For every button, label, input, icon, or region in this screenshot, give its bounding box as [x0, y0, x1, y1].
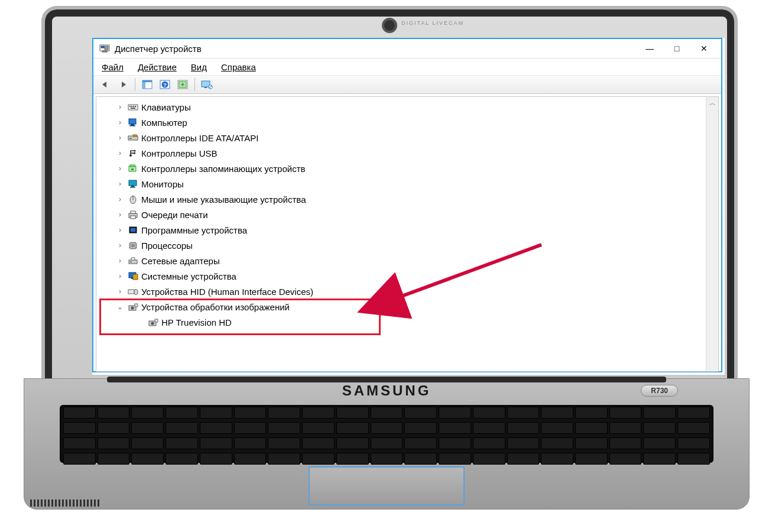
tree-item-network[interactable]: ›Сетевые адаптеры — [102, 253, 706, 268]
svg-rect-57 — [155, 319, 158, 322]
minimize-button[interactable]: — — [636, 40, 663, 57]
tree-item-label: Мониторы — [141, 179, 184, 189]
svg-rect-34 — [131, 186, 134, 187]
svg-rect-33 — [129, 180, 137, 186]
toolbar-help-button[interactable]: ? — [157, 77, 173, 92]
svg-rect-23 — [129, 125, 135, 126]
tree-item-computer[interactable]: ›Компьютер — [102, 115, 706, 130]
tree-item-imaging[interactable]: ⌄Устройства обработки изображений — [102, 299, 706, 314]
svg-rect-13 — [205, 87, 207, 88]
mouse-icon — [127, 194, 139, 205]
svg-rect-49 — [133, 274, 138, 280]
svg-rect-25 — [129, 138, 132, 139]
tree-item-ide[interactable]: ›Контроллеры IDE ATA/ATAPI — [102, 130, 706, 145]
tree-item-keyboard[interactable]: ›Клавиатуры — [102, 99, 706, 115]
expand-icon[interactable]: › — [115, 210, 125, 219]
keyboard-icon — [127, 102, 139, 112]
tree-item-cpu[interactable]: ›Процессоры — [102, 238, 706, 253]
laptop-lid: DIGITAL LIVECAM Диспетчер — [41, 6, 738, 403]
expand-icon[interactable]: › — [115, 257, 125, 265]
scroll-up-arrow[interactable]: ︿ — [706, 97, 718, 109]
toolbar-forward-button[interactable] — [115, 77, 131, 92]
svg-rect-54 — [135, 304, 138, 307]
close-button[interactable]: ✕ — [690, 40, 718, 57]
expand-icon[interactable]: › — [115, 134, 125, 142]
svg-rect-15 — [128, 105, 138, 110]
svg-text:?: ? — [163, 82, 167, 88]
svg-rect-6 — [142, 80, 152, 82]
camera-icon — [147, 317, 159, 327]
tree-item-usb[interactable]: ›Контроллеры USB — [102, 145, 706, 161]
webcam-lens — [382, 18, 397, 33]
expand-icon[interactable]: › — [115, 118, 125, 126]
maximize-button[interactable]: □ — [663, 40, 690, 57]
tree-item-storage[interactable]: ›Контроллеры запоминающих устройств — [102, 161, 706, 176]
tree-item-label: Сетевые адаптеры — [141, 256, 220, 266]
svg-rect-26 — [133, 135, 137, 137]
svg-point-53 — [131, 306, 134, 309]
menu-action[interactable]: Действие — [135, 61, 179, 73]
svg-rect-1 — [101, 46, 104, 48]
svg-rect-50 — [128, 290, 134, 294]
menu-view[interactable]: Вид — [189, 61, 209, 73]
svg-rect-18 — [133, 106, 134, 107]
svg-rect-31 — [130, 165, 135, 167]
svg-rect-17 — [131, 106, 132, 107]
toolbar-devices-button[interactable] — [199, 77, 215, 92]
tree-item-label: Процессоры — [141, 241, 193, 251]
svg-rect-44 — [131, 244, 135, 247]
tree-item-firmware[interactable]: ›Программные устройства — [102, 222, 706, 238]
tree-item-system[interactable]: ›Системные устройства — [102, 268, 706, 284]
svg-rect-29 — [134, 153, 135, 154]
cpu-icon — [127, 240, 139, 251]
tree-item-label: Контроллеры USB — [141, 148, 218, 158]
menu-file[interactable]: Файл — [99, 61, 126, 73]
tree-item-hid[interactable]: ›Устройства HID (Human Interface Devices… — [102, 284, 706, 299]
tree-child-camera[interactable]: ›HP Truevision HD — [102, 314, 706, 330]
expand-icon[interactable]: › — [115, 195, 125, 203]
svg-rect-19 — [135, 106, 136, 107]
svg-rect-46 — [130, 261, 132, 262]
toolbar-back-button[interactable] — [97, 77, 113, 92]
toolbar: ? — [93, 75, 721, 94]
expand-icon[interactable]: › — [115, 226, 125, 234]
svg-rect-21 — [129, 119, 136, 124]
svg-point-56 — [151, 322, 154, 325]
svg-rect-2 — [105, 46, 108, 50]
network-icon — [127, 255, 139, 266]
expand-icon[interactable]: › — [115, 241, 125, 249]
expand-icon[interactable]: › — [115, 103, 125, 111]
menubar: Файл Действие Вид Справка — [93, 59, 721, 75]
device-tree-panel: ›Клавиатуры›Компьютер›Контроллеры IDE AT… — [96, 96, 719, 372]
tree-item-label: Мыши и иные указывающие устройства — [141, 194, 306, 205]
ide-icon — [127, 132, 139, 143]
svg-rect-40 — [131, 216, 135, 219]
svg-point-28 — [134, 150, 135, 151]
toolbar-sep — [135, 78, 135, 91]
toolbar-scan-button[interactable] — [174, 77, 191, 92]
expand-icon[interactable]: › — [115, 164, 125, 173]
monitor-icon — [127, 179, 139, 189]
expand-icon[interactable]: › — [115, 287, 125, 296]
titlebar: Диспетчер устройств — □ ✕ — [93, 39, 721, 59]
tree-item-monitor[interactable]: ›Мониторы — [102, 176, 706, 192]
svg-rect-42 — [131, 228, 135, 232]
tree-item-label: Контроллеры запоминающих устройств — [141, 164, 305, 174]
storage-icon — [127, 163, 139, 174]
svg-rect-20 — [131, 108, 135, 109]
touchpad — [309, 466, 465, 505]
collapse-icon[interactable]: ⌄ — [115, 303, 125, 311]
tree-item-mouse[interactable]: ›Мыши и иные указывающие устройства — [102, 192, 706, 207]
printer-icon — [127, 209, 139, 220]
menu-help[interactable]: Справка — [219, 61, 258, 73]
scrollbar-track[interactable]: ︿ — [706, 97, 718, 371]
expand-icon[interactable]: › — [115, 149, 125, 157]
tree-item-printer[interactable]: ›Очереди печати — [102, 207, 706, 222]
expand-icon[interactable]: › — [115, 272, 125, 280]
toolbar-showhidden-button[interactable] — [139, 77, 155, 92]
system-icon — [127, 271, 139, 281]
device-tree[interactable]: ›Клавиатуры›Компьютер›Контроллеры IDE AT… — [96, 97, 706, 371]
svg-rect-32 — [131, 168, 134, 170]
expand-icon[interactable]: › — [115, 180, 125, 188]
tree-item-label: Программные устройства — [141, 225, 247, 235]
